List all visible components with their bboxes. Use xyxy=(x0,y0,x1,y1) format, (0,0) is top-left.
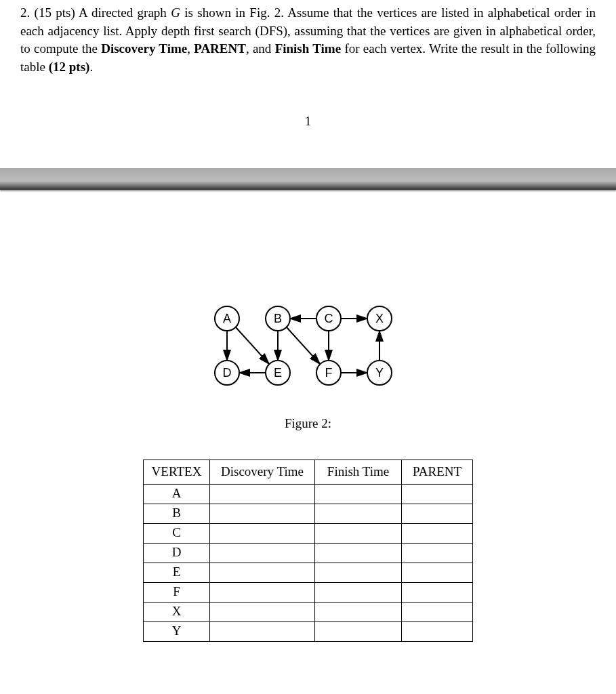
qtext-and: , and xyxy=(246,41,271,56)
cell-finish xyxy=(315,504,402,523)
cell-parent xyxy=(402,523,473,543)
figure-caption: Figure 2: xyxy=(0,415,616,433)
question-points: (15 pts) xyxy=(35,5,75,20)
qtext-1: A directed graph xyxy=(79,5,167,20)
node-x: X xyxy=(375,312,383,325)
table-row: F xyxy=(144,582,473,602)
graph-figure: A B C X D E F Y Figure 2: xyxy=(0,298,616,433)
cell-vertex: B xyxy=(144,504,210,523)
node-e: E xyxy=(273,366,281,380)
cell-parent xyxy=(402,484,473,504)
cell-vertex: X xyxy=(144,602,210,621)
svg-line-5 xyxy=(287,327,320,364)
table-row: B xyxy=(144,504,473,523)
page-number: 1 xyxy=(0,113,616,130)
kw-discovery: Discovery Time xyxy=(101,41,187,56)
table-row: E xyxy=(144,563,473,582)
th-vertex: VERTEX xyxy=(144,460,210,485)
cell-vertex: Y xyxy=(144,621,210,641)
dfs-table: VERTEX Discovery Time Finish Time PARENT… xyxy=(143,460,473,642)
cell-parent xyxy=(402,602,473,621)
cell-parent xyxy=(402,543,473,563)
node-f: F xyxy=(325,366,332,380)
table-row: A xyxy=(144,484,473,504)
cell-finish xyxy=(315,543,402,563)
graph-variable: G xyxy=(171,5,180,20)
cell-discovery xyxy=(210,602,315,621)
node-d: D xyxy=(222,366,231,380)
cell-parent xyxy=(402,504,473,523)
cell-discovery xyxy=(210,484,315,504)
table-pts: ((12 pts)12 pts) xyxy=(49,60,90,74)
cell-finish xyxy=(315,582,402,602)
question-text: 2. (15 pts) A directed graph G is shown … xyxy=(0,0,616,76)
cell-parent xyxy=(402,563,473,582)
cell-discovery xyxy=(210,582,315,602)
cell-discovery xyxy=(210,563,315,582)
cell-vertex: C xyxy=(144,523,210,543)
cell-finish xyxy=(315,563,402,582)
node-a: A xyxy=(222,312,230,325)
table-row: C xyxy=(144,523,473,543)
table-header-row: VERTEX Discovery Time Finish Time PARENT xyxy=(144,460,473,485)
cell-finish xyxy=(315,621,402,641)
th-discovery: Discovery Time xyxy=(210,460,315,485)
kw-parent: PARENT xyxy=(194,41,246,56)
node-b: B xyxy=(273,312,281,325)
cell-discovery xyxy=(210,523,315,543)
th-finish: Finish Time xyxy=(315,460,402,485)
cell-discovery xyxy=(210,543,315,563)
node-y: Y xyxy=(375,366,383,380)
qtext-period: . xyxy=(89,60,93,74)
page-divider xyxy=(0,168,616,190)
table-row: Y xyxy=(144,621,473,641)
th-parent: PARENT xyxy=(402,460,473,485)
cell-discovery xyxy=(210,621,315,641)
cell-vertex: A xyxy=(144,484,210,504)
node-c: C xyxy=(324,312,333,325)
cell-vertex: F xyxy=(144,582,210,602)
table-row: D xyxy=(144,543,473,563)
cell-vertex: E xyxy=(144,563,210,582)
kw-finish: Finish Time xyxy=(275,41,341,56)
cell-parent xyxy=(402,621,473,641)
graph-svg: A B C X D E F Y xyxy=(200,298,417,400)
cell-finish xyxy=(315,484,402,504)
cell-discovery xyxy=(210,504,315,523)
question-number: 2. xyxy=(20,5,30,20)
cell-vertex: D xyxy=(144,543,210,563)
cell-finish xyxy=(315,602,402,621)
svg-line-1 xyxy=(236,327,269,364)
cell-finish xyxy=(315,523,402,543)
table-row: X xyxy=(144,602,473,621)
qtext-comma1: , xyxy=(187,41,194,56)
cell-parent xyxy=(402,582,473,602)
